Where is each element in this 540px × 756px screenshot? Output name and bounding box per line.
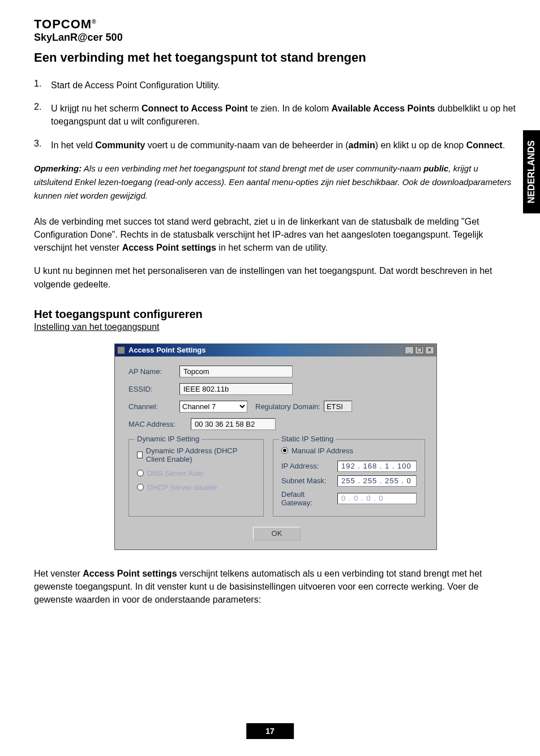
maximize-button[interactable]: ❐: [415, 346, 424, 354]
step-3: 3. In het veld Community voert u de comm…: [34, 139, 517, 152]
essid-input[interactable]: [179, 383, 293, 395]
dynamic-group-title: Dynamic IP Setting: [135, 435, 202, 443]
regdomain-label: Regulatory Domain:: [255, 402, 320, 411]
dynamic-ip-checkbox-label: Dynamic IP Address (DHCP Client Enable): [146, 446, 255, 463]
gateway-input[interactable]: 0 . 0 . 0 . 0: [337, 493, 417, 504]
dynamic-ip-group: Dynamic IP Setting Dynamic IP Address (D…: [128, 439, 264, 517]
gateway-label: Default Gateway:: [281, 490, 335, 507]
static-group-title: Static IP Setting: [279, 435, 336, 443]
regdomain-input[interactable]: [324, 401, 352, 412]
step-2: 2. U krijgt nu het scherm Connect to Acc…: [34, 102, 517, 128]
model-name: SkyLanR@cer 500: [34, 32, 123, 44]
brand-logo: TOPCOM®: [34, 17, 123, 32]
channel-select[interactable]: Channel 7: [179, 401, 247, 413]
window-title: Access Point Settings: [128, 346, 206, 354]
paragraph-success: Als de verbinding met succes tot stand w…: [34, 215, 517, 255]
settings-window: Access Point Settings _ ❐ × AP Name: ESS…: [114, 343, 437, 550]
page-number: 17: [246, 723, 294, 739]
ipaddress-input[interactable]: 192 . 168 . 1 . 100: [337, 461, 417, 472]
ok-button[interactable]: OK: [253, 527, 301, 540]
dhcp-server-radio[interactable]: [137, 484, 144, 491]
step-1: 1. Start de Access Point Configuration U…: [34, 79, 517, 92]
titlebar: Access Point Settings _ ❐ ×: [115, 344, 436, 356]
minimize-button[interactable]: _: [405, 346, 414, 354]
dhcp-server-label: DHCP Server disable: [147, 483, 217, 492]
manual-ip-radio[interactable]: [281, 447, 288, 454]
page-header: TOPCOM® SkyLanR@cer 500: [34, 17, 517, 44]
dynamic-ip-checkbox[interactable]: [137, 452, 143, 458]
subnet-label: Subnet Mask:: [281, 476, 335, 485]
subnet-input[interactable]: 255 . 255 . 255 . 0: [337, 475, 417, 487]
dns-auto-label: DNS Server Auto: [147, 469, 203, 478]
channel-label: Channel:: [128, 402, 179, 411]
note-paragraph: Opmerking: Als u een verbinding met het …: [34, 162, 517, 203]
paragraph-window-explain: Het venster Access Point settings versch…: [34, 567, 517, 607]
subsection-heading: Het toegangspunt configureren: [34, 308, 517, 321]
section-heading: Een verbinding met het toegangspunt tot …: [34, 50, 517, 65]
essid-label: ESSID:: [128, 385, 179, 393]
static-ip-group: Static IP Setting Manual IP Address IP A…: [273, 439, 425, 517]
apname-label: AP Name:: [128, 367, 179, 376]
ipaddress-label: IP Address:: [281, 462, 335, 470]
close-button[interactable]: ×: [425, 346, 434, 354]
apname-input[interactable]: [179, 366, 293, 377]
mac-input[interactable]: [191, 418, 276, 430]
language-tab: NEDERLANDS: [523, 130, 540, 213]
sub-subheading: Instelling van het toegangspunt: [34, 322, 160, 332]
window-system-icon: [117, 346, 125, 354]
manual-ip-label: Manual IP Address: [292, 446, 353, 455]
dns-auto-radio[interactable]: [137, 470, 144, 476]
paragraph-personalize: U kunt nu beginnen met het personalisere…: [34, 264, 517, 290]
mac-label: MAC Address:: [128, 420, 191, 428]
